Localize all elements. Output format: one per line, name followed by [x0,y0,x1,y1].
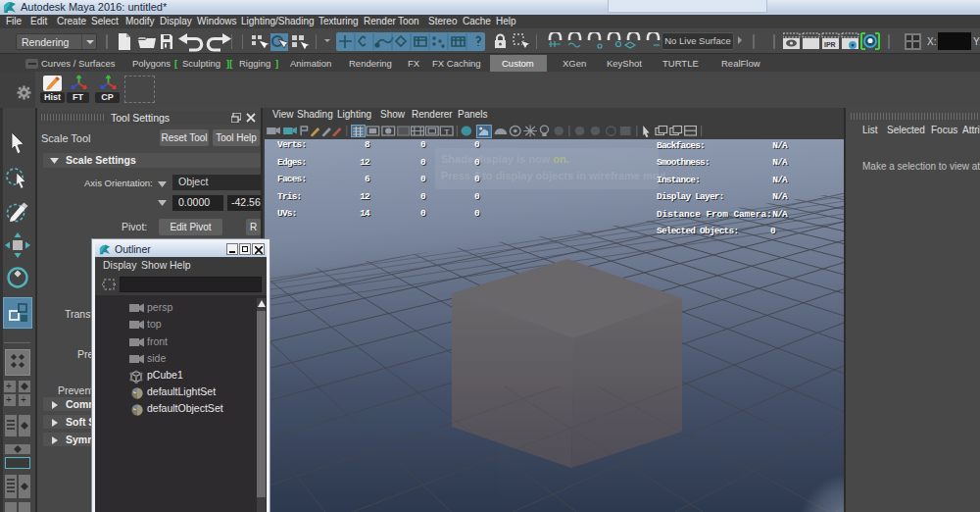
svg-text:T: T [444,128,449,136]
svg-text:IPR: IPR [824,41,836,48]
